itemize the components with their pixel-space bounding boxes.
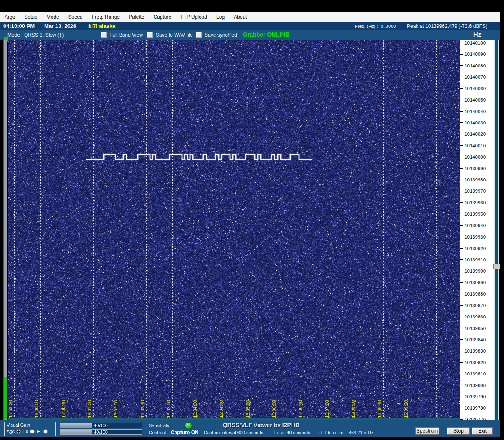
menu-item-palette[interactable]: Palette [124,14,149,20]
freq-tick-mark [460,134,463,134]
freq-scale-row: 10139850 [460,326,486,331]
freq-tick-label: 10139890 [464,280,486,285]
checkbox-box[interactable] [147,32,153,38]
menu-item-setup[interactable]: Setup [20,14,42,20]
radio-label: Agc [7,429,15,434]
checkbox-label: Save to WAV file [156,32,193,38]
freq-tick-label: 10139800 [464,383,486,388]
freq-tick-label: 10140030 [464,120,486,125]
bottom-control-bar: Visual Gain AgcLoHi 40/100 40/100 Sensit… [0,420,500,437]
exit-button[interactable]: Exit [472,427,493,435]
freq-tick-label: 10139790 [464,394,486,399]
time-tick-label: 16:07:20 [324,400,330,418]
freq-tick-label: 10139960 [464,200,486,205]
freq-tick-label: 10139830 [464,348,486,353]
freq-scale-row: 10139980 [460,177,486,182]
fft-bin-size-label: FFT bin size = 366.21 mHz [318,430,373,435]
checkbox-full-band-view[interactable]: Full Band View [101,32,143,38]
freq-tick-mark [460,385,463,385]
freq-tick-label: 10139930 [464,234,486,239]
sensitivity-label: Sensitivity [149,423,170,428]
freq-tick-label: 10139970 [464,189,486,194]
radio-button[interactable] [16,429,21,434]
freq-tick-label: 10140020 [464,132,486,137]
freq-tick-label: 10139820 [464,360,486,365]
freq-tick-label: 10140010 [464,143,486,148]
freq-tick-label: 10139810 [464,371,486,376]
radio-button[interactable] [30,429,35,434]
clock-date: Mar 13, 2026 [44,23,76,29]
freq-tick-label: 10139980 [464,177,486,182]
freq-tick-mark [460,237,463,237]
contrast-slider[interactable]: 40/100 [60,429,142,435]
menu-item-capture[interactable]: Capture [149,14,176,20]
radio-option-lo[interactable]: Lo [23,429,35,434]
ticks-label: Ticks 40 seconds [274,430,310,435]
checkbox-box[interactable] [101,32,107,38]
freq-scale-row: 10139830 [460,348,486,353]
freq-scale-row: 10139890 [460,280,486,285]
freq-scale-row: 10139810 [460,371,486,376]
menu-item-ftp-upload[interactable]: FTP Upload [176,14,212,20]
freq-scale-row: 10140090 [460,52,486,57]
freq-scale-row: 10140040 [460,109,486,114]
radio-label: Lo [23,429,28,434]
radio-button[interactable] [43,429,48,434]
time-tick-label: 16:06:00 [272,400,277,418]
freq-tick-mark [460,339,463,340]
freq-scale-row: 10139930 [460,234,486,239]
freq-scale-row: 10139920 [460,246,486,251]
freq-tick-mark [460,408,463,408]
freq-tick-label: 10140070 [464,75,486,80]
spectrum-button[interactable]: Spectrum [415,427,439,435]
freq-scale-row: 10140060 [460,86,486,91]
mode-bar: Mode : QRSS 3, Slow (T) Grabber ONLINE H… [0,30,500,40]
stop-button[interactable]: Stop [447,427,470,435]
freq-offset-track[interactable] [494,40,499,420]
contrast-label: Contrast [149,430,166,435]
time-tick-label: 16:08:40 [377,400,382,418]
sensitivity-slider[interactable]: 40/100 [60,423,142,428]
menu-item-mode[interactable]: Mode [42,14,64,20]
freq-tick-label: 10139940 [464,223,486,228]
freq-tick-mark [460,145,463,146]
freq-scale-row: 10140080 [460,63,486,68]
freq-scale-row: 10139950 [460,211,486,216]
freq-tick-mark [460,397,463,397]
waterfall-area[interactable]: 15:59:2016:00:0016:00:4016:01:2016:02:00… [8,40,460,420]
freq-scale-row: 10139860 [460,314,486,319]
menu-item-about[interactable]: About [229,14,251,20]
freq-tick-mark [460,351,463,351]
freq-scale-row: 10140010 [460,143,486,148]
freq-tick-label: 10139920 [464,246,486,251]
menu-item-argo[interactable]: Argo [0,14,20,20]
freq-tick-label: 10140040 [464,109,486,114]
freq-tick-label: 10140090 [464,52,486,57]
freq-tick-mark [460,317,463,317]
freq-scale-row: 10139880 [460,291,486,296]
freq-scale-row: 10139870 [460,303,486,308]
freq-tick-mark [460,282,463,283]
radio-option-agc[interactable]: Agc [7,429,21,434]
freq-scale-row: 10139780 [460,405,486,410]
checkbox-label: Save synch'ed [205,32,237,38]
freq-scale-row: 10139900 [460,268,486,273]
menu-item-freq-range[interactable]: Freq. Range [87,14,124,20]
freq-tick-mark [460,362,463,363]
time-tick-label: 16:05:20 [245,400,251,418]
waterfall-canvas[interactable] [8,40,460,420]
menu-item-log[interactable]: Log [212,14,229,20]
checkbox-save-to-wav-file[interactable]: Save to WAV file [147,32,193,38]
freq-scale-row: 10139800 [460,383,486,388]
checkbox-save-synch-ed[interactable]: Save synch'ed [196,32,237,38]
freq-tick-label: 10139860 [464,314,486,319]
freq-scale-row: 10139790 [460,394,486,399]
menu-item-speed[interactable]: Speed [64,14,87,20]
radio-option-hi[interactable]: Hi [37,429,47,434]
peak-readout: Peak at 10139962.479 (-73.6 dBFS) [407,23,487,29]
checkbox-box[interactable] [196,32,202,38]
freq-tick-mark [460,294,463,294]
freq-range-readout: Freq. (Hz) : 0..3000 [355,24,396,29]
freq-tick-mark [460,202,463,203]
freq-offset-handle[interactable] [493,264,500,269]
